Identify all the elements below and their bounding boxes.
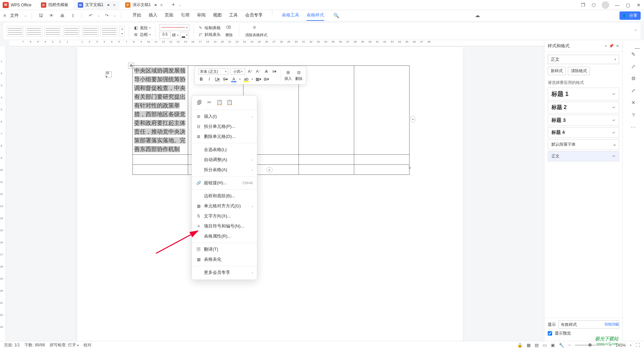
strike-icon[interactable]: S▾: [222, 76, 228, 82]
panel-minimize-icon[interactable]: —: [634, 44, 641, 51]
align-icon[interactable]: ⊞▾: [263, 76, 269, 82]
user-avatar[interactable]: [602, 1, 609, 9]
redo-dd[interactable]: ⌄: [113, 14, 116, 17]
style-thumb[interactable]: [101, 26, 117, 37]
style-thumb[interactable]: [25, 26, 42, 37]
style-thumb[interactable]: [63, 26, 80, 37]
erase-button[interactable]: ⌫ 擦除: [223, 25, 235, 38]
table-style-gallery[interactable]: ▴▾: [7, 26, 125, 37]
tab-insert[interactable]: 插入: [149, 10, 157, 21]
zoom-out-icon[interactable]: −: [568, 343, 571, 348]
mini-delete-button[interactable]: ⊟ 删除: [295, 69, 303, 81]
view-read-icon[interactable]: ▣: [551, 343, 555, 348]
page-status[interactable]: 页面: 1/1: [4, 342, 20, 348]
undo-icon[interactable]: ↶: [88, 12, 94, 18]
export-icon[interactable]: ⇪: [70, 12, 76, 18]
border-width-input[interactable]: 0.5: [159, 32, 171, 39]
ctx-hyperlink[interactable]: 🔗超链接(H)...Ctrl+K: [192, 178, 257, 188]
view-web-icon[interactable]: ▤: [535, 343, 539, 348]
add-row-button[interactable]: +: [266, 167, 273, 172]
border-color-button[interactable]: ▾: [180, 32, 189, 39]
save-icon[interactable]: 🖫: [38, 12, 44, 18]
ctx-cell-align[interactable]: ▦单元格对齐方式(G)›: [192, 201, 257, 211]
underline-icon[interactable]: U▾: [214, 76, 220, 82]
tab-tools[interactable]: 工具: [229, 10, 238, 21]
tab-templates[interactable]: D 找稻壳模板: [37, 1, 72, 9]
style-heading4[interactable]: 标题 4↵: [548, 127, 619, 138]
more-icon[interactable]: ⋯: [630, 123, 637, 130]
bullets-icon[interactable]: ≡▾: [271, 68, 277, 74]
tab-home[interactable]: 开始: [132, 10, 141, 21]
style-default-font[interactable]: 默认段落字体a: [548, 139, 619, 150]
tab-reference[interactable]: 引用: [181, 10, 190, 21]
proof-status[interactable]: 校对: [84, 342, 92, 348]
border-button[interactable]: ⊞边框▾: [133, 32, 151, 38]
horizontal-ruler[interactable]: 7654321123456789101112131415161718192021…: [9, 40, 622, 46]
print-preview-icon[interactable]: 👁: [48, 12, 54, 18]
style-heading3[interactable]: 标题 3↵: [548, 115, 619, 126]
clear-format-icon[interactable]: A̶: [263, 68, 269, 74]
draw-table-button[interactable]: ✎绘制表格: [198, 25, 221, 31]
undo-dd[interactable]: ⌄: [97, 14, 100, 17]
add-col-button[interactable]: +: [411, 116, 415, 122]
copy-icon[interactable]: 🗐: [196, 99, 203, 106]
spell-status[interactable]: 拼写检查: 打开 ▾: [50, 342, 79, 348]
pin-icon[interactable]: 📌: [609, 44, 614, 48]
style-thumb[interactable]: [82, 26, 99, 37]
font-select[interactable]: 宋体 (正文)▾: [198, 68, 228, 75]
close-panel-icon[interactable]: ✕: [616, 44, 619, 48]
file-menu[interactable]: 文件: [10, 12, 19, 18]
multiwin-icon[interactable]: ❐: [580, 2, 586, 8]
ctx-split-table[interactable]: 拆分表格(A)›: [192, 165, 257, 175]
outline-toggle[interactable]: ▤ ▸: [106, 71, 112, 78]
ctx-translate[interactable]: 🈂翻译(T): [192, 244, 257, 254]
style-heading1[interactable]: 标题 1↵: [548, 88, 619, 100]
view-outline-icon[interactable]: ▭: [543, 343, 547, 348]
redo-icon[interactable]: ↷: [104, 12, 110, 18]
paste-icon[interactable]: 📋: [216, 99, 223, 106]
search-icon[interactable]: 🔍: [333, 13, 339, 18]
style-body[interactable]: 正文↵: [548, 151, 619, 161]
print-icon[interactable]: 🖶: [59, 12, 65, 18]
shading-button[interactable]: ◧底纹▾: [133, 25, 151, 31]
vertical-ruler[interactable]: 1234567891011121314151617181920212223: [0, 46, 6, 341]
select-icon[interactable]: ⬀: [630, 63, 637, 70]
tab-member[interactable]: 会员专享: [245, 10, 263, 21]
bold-icon[interactable]: B: [198, 76, 204, 82]
mini-insert-button[interactable]: ⊞ 插入: [284, 69, 292, 81]
new-style-button[interactable]: 新样式: [548, 67, 566, 75]
tab-table-style[interactable]: 表格样式: [307, 10, 324, 21]
tab-doc1[interactable]: W 文字文稿1 ×: [74, 1, 120, 9]
font-size-select[interactable]: 小四▾: [230, 68, 245, 75]
fullscreen-icon[interactable]: ⛶: [636, 343, 640, 348]
minimize-icon[interactable]: —: [614, 2, 620, 8]
lock-icon[interactable]: 🔒: [517, 343, 523, 348]
help-icon[interactable]: ?: [630, 111, 637, 118]
hamburger-icon[interactable]: ≡: [3, 13, 6, 18]
ctx-table-prop[interactable]: 表格属性(R)...: [192, 231, 257, 241]
cloud-icon[interactable]: ☁: [475, 12, 480, 18]
ctx-split-cell[interactable]: ⊟拆分单元格(P)...: [192, 121, 257, 132]
shrink-font-icon[interactable]: A⁻: [255, 68, 261, 74]
view-print-icon[interactable]: ▦: [527, 343, 531, 348]
ctx-border-shading[interactable]: 边框和底纹(B)...: [192, 191, 257, 201]
highlight-icon[interactable]: ab: [243, 76, 250, 82]
expand-icon[interactable]: ⤢: [630, 87, 637, 94]
italic-icon[interactable]: I: [206, 76, 212, 82]
cell-text[interactable]: 中央区域协调发展领导小组要加强统筹协调和督促检查，中央有关部门要研究提出有针对性…: [134, 67, 185, 152]
current-style-select[interactable]: 正文 ▾: [548, 55, 619, 64]
ctx-more-member[interactable]: 更多会员专享›: [192, 267, 257, 278]
paste-special-icon[interactable]: 📋: [226, 99, 233, 106]
gallery-more[interactable]: ▴▾: [119, 26, 125, 37]
new-tab-button[interactable]: +: [168, 1, 179, 8]
border-icon[interactable]: ▦▾: [255, 76, 261, 82]
tab-table-tools[interactable]: 表格工具: [282, 10, 299, 21]
style-thumb[interactable]: [7, 26, 23, 37]
ctx-select-table[interactable]: 全选表格(L): [192, 145, 257, 155]
settings-icon[interactable]: ⚙: [630, 75, 637, 82]
ctx-delete-cell[interactable]: ⊠删除单元格(D)...: [192, 132, 257, 142]
style-heading2[interactable]: 标题 2↵: [548, 102, 619, 113]
page[interactable]: ✥ ▤ ▸ 中央区域协调发展领导小组要加强统筹协调和督促检查，中央有关部门要研究…: [77, 47, 463, 341]
spanner-icon[interactable]: 🔧: [559, 343, 564, 348]
ctx-bullets[interactable]: ≡项目符号和编号(N)...: [192, 221, 257, 231]
